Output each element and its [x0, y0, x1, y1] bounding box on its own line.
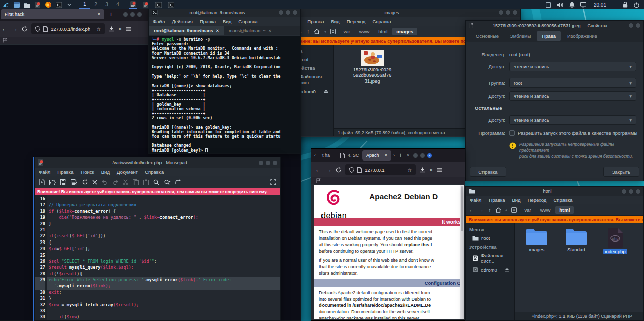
toolbar-icon[interactable] [39, 179, 45, 185]
menu-item[interactable]: Правка [200, 19, 216, 24]
eject-icon[interactable] [324, 89, 328, 93]
fullscreen-icon[interactable] [270, 179, 276, 185]
sidebar-device-item[interactable]: cdrom0 [466, 265, 514, 274]
file-item[interactable]: php index.php [599, 228, 631, 254]
maximize-button[interactable] [506, 10, 510, 15]
reload-button[interactable] [336, 167, 341, 173]
breadcrumb-item[interactable]: var [340, 28, 354, 35]
home-button[interactable] [314, 29, 320, 34]
minimize-button[interactable] [123, 12, 128, 17]
launcher-icon[interactable] [54, 1, 63, 9]
close-button[interactable]: × [427, 153, 432, 158]
minimize-button[interactable] [259, 160, 263, 165]
toolbar-icon[interactable] [153, 179, 159, 185]
bookmark-flag-icon[interactable] [316, 178, 321, 183]
toolbar-icon[interactable] [82, 179, 88, 185]
url-text[interactable]: 127.0.0.1/index.ph [51, 26, 90, 32]
back-button[interactable]: ← [315, 166, 321, 173]
file-item[interactable]: images [521, 228, 553, 252]
terminal-tab[interactable]: root@kaliman: /home/mans× [149, 26, 224, 35]
menu-item[interactable]: Файл [39, 169, 50, 175]
props-tab[interactable]: Эмблемы [505, 31, 536, 41]
maximize-button[interactable] [420, 153, 425, 158]
close-dialog-button[interactable]: Закрыть [603, 167, 639, 177]
menu-item[interactable]: Правка [57, 169, 73, 175]
workspace-button[interactable]: 2 [90, 1, 101, 9]
breadcrumb-item[interactable]: www [536, 206, 555, 214]
hamburger-menu-icon[interactable] [126, 27, 131, 31]
execute-checkbox[interactable] [509, 130, 515, 136]
panel-action-icon[interactable] [621, 1, 629, 9]
tab-close-icon[interactable]: × [269, 28, 271, 33]
task-button[interactable] [129, 1, 137, 9]
crumb-collapse-icon[interactable]: ◂ [324, 29, 326, 34]
shield-icon[interactable] [35, 26, 40, 32]
toolbar-icon[interactable] [49, 179, 56, 185]
breadcrumb-item[interactable]: images [392, 28, 417, 35]
toolbar-icon[interactable] [123, 179, 128, 185]
bookmark-flag-icon[interactable] [3, 38, 7, 43]
maximize-button[interactable] [266, 160, 270, 165]
close-button[interactable] [273, 160, 277, 165]
menu-item[interactable]: Правка [307, 19, 324, 24]
overflow-menu-icon[interactable]: » [118, 25, 122, 32]
breadcrumb-item[interactable]: www [355, 28, 374, 35]
code-editor[interactable]: 16171819202122232425262728293031323334 /… [35, 195, 280, 320]
page-scrollbar[interactable] [460, 185, 464, 319]
downloads-icon[interactable] [420, 167, 425, 173]
tab-close-icon[interactable]: × [385, 153, 387, 158]
menu-item[interactable]: Вид [223, 19, 231, 24]
minimize-button[interactable] [279, 10, 283, 15]
props-tab[interactable]: Права [537, 31, 561, 41]
new-tab-button[interactable]: + [109, 11, 113, 18]
tab-apache[interactable]: Apach × [362, 150, 391, 160]
new-tab-button[interactable]: + [399, 152, 403, 159]
toolbar-icon[interactable] [112, 180, 118, 185]
up-button[interactable]: ↑ [307, 28, 310, 34]
mousepad-titlebar[interactable]: /var/www/html/index.php - Mousepad [35, 157, 280, 168]
html-fm-titlebar[interactable]: html [466, 187, 643, 196]
url-bar[interactable]: 127.0.0.1 ☆ [345, 164, 416, 175]
menu-item[interactable]: Переход [528, 197, 547, 203]
clock[interactable]: 20:01 [594, 2, 606, 8]
toolbar-icon[interactable] [175, 179, 181, 185]
tray-icon[interactable] [568, 1, 576, 9]
url-text[interactable]: 127.0.0.1 [365, 167, 385, 173]
launcher-icon[interactable] [2, 1, 10, 9]
menu-item[interactable]: Действия [172, 19, 193, 24]
crumb-collapse-icon[interactable]: ◂ [505, 208, 507, 212]
menu-item[interactable]: Справка [553, 197, 572, 203]
menu-item[interactable]: Поиск [80, 169, 94, 175]
maximize-button[interactable] [130, 12, 135, 17]
toolbar-icon[interactable] [71, 179, 77, 185]
jpeg-file-item[interactable]: 15276b3f09e0029 592db899056af76 31.jpeg [353, 50, 392, 84]
downloads-icon[interactable] [109, 26, 114, 32]
tab-close-icon[interactable]: × [216, 28, 219, 33]
menu-item[interactable]: Справка [238, 19, 257, 24]
up-button[interactable]: ↑ [488, 207, 491, 213]
menu-item[interactable]: Справка [145, 169, 164, 175]
toolbar-icon[interactable] [92, 180, 97, 185]
close-button[interactable] [293, 10, 297, 15]
launcher-icon[interactable] [65, 1, 73, 9]
forward-button[interactable]: → [478, 207, 484, 213]
reload-button[interactable] [22, 26, 27, 32]
list-all-tabs-icon[interactable]: ˅ [407, 153, 409, 158]
menu-item[interactable]: Вид [101, 169, 110, 175]
close-button[interactable] [513, 10, 517, 15]
forward-button[interactable]: → [12, 25, 18, 32]
tray-icon[interactable] [579, 1, 588, 9]
toolbar-icon[interactable] [143, 179, 149, 185]
tab-partial[interactable]: t ha [318, 150, 336, 160]
bookmark-star-icon[interactable]: ☆ [96, 26, 101, 32]
close-button[interactable] [636, 189, 640, 194]
workspace-button[interactable]: 3 [101, 1, 112, 9]
minimize-button[interactable] [622, 189, 626, 194]
url-bar[interactable]: 127.0.0.1/index.ph ☆ [31, 23, 105, 34]
minimize-button[interactable] [499, 10, 503, 15]
minimize-button[interactable] [629, 23, 633, 28]
breadcrumb-item[interactable]: html [374, 28, 391, 35]
toolbar-icon[interactable] [102, 180, 108, 185]
launcher-icon[interactable] [23, 1, 31, 9]
close-button[interactable] [636, 23, 640, 28]
